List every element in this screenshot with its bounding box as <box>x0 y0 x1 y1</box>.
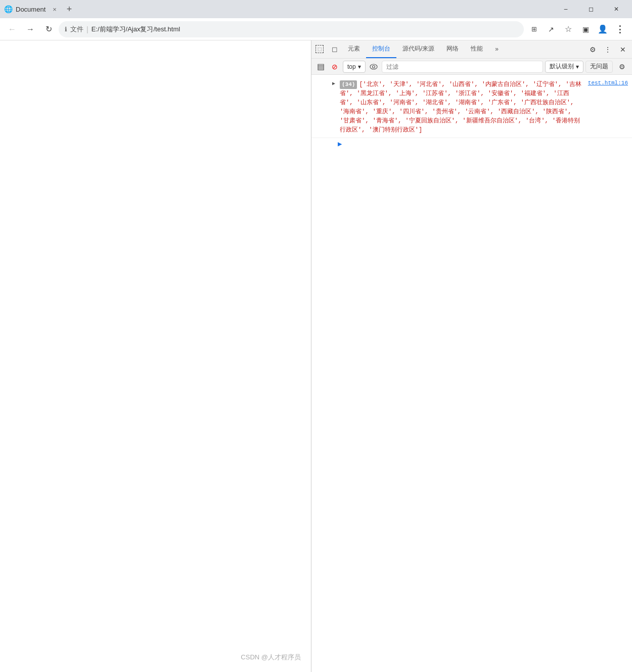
eye-button[interactable] <box>368 61 380 73</box>
sidebar-button[interactable]: ▣ <box>577 21 594 37</box>
devtools-settings-button[interactable]: ⚙ <box>585 42 600 57</box>
main-content: CSDN @人才程序员 ⬚ ◻ 元素 控制台 <box>0 40 632 672</box>
array-count-badge: (34) <box>340 80 357 89</box>
more-expand-icon[interactable]: ▶ <box>338 139 342 148</box>
svg-point-0 <box>370 64 377 69</box>
tab-device[interactable]: ◻ <box>328 40 342 58</box>
maximize-button[interactable]: ◻ <box>579 1 603 17</box>
tab-sources[interactable]: 源代码/来源 <box>396 40 440 58</box>
devtools-panel: ⬚ ◻ 元素 控制台 源代码/来源 网络 <box>311 40 632 672</box>
console-settings-button[interactable]: ⚙ <box>615 60 629 74</box>
tab-close-btn[interactable]: × <box>53 6 57 13</box>
forward-button[interactable]: → <box>22 21 38 37</box>
console-clear-button[interactable]: ⊘ <box>329 61 341 73</box>
tab-sources-label: 源代码/来源 <box>402 44 434 53</box>
level-dropdown-icon: ▾ <box>576 63 579 70</box>
nav-bar: ← → ↻ ℹ 文件 | E:/前端学习/Ajax复习/test.html ⊞ … <box>0 18 632 40</box>
context-dropdown-icon: ▾ <box>358 63 361 70</box>
address-separator: | <box>86 25 88 33</box>
inspect-icon: ⬚ <box>315 45 324 53</box>
array-content: ['北京', '天津', '河北省', '山西省', '内蒙古自治区', '辽宁… <box>340 81 581 133</box>
tab-elements-label: 元素 <box>348 44 360 53</box>
svg-point-1 <box>372 65 375 68</box>
console-more-entry: ▶ <box>311 138 632 149</box>
entry-expand-arrow[interactable]: ▶ <box>330 79 338 86</box>
browser-window: 🌐 Document × + – ◻ ✕ ← → ↻ ℹ 文件 | E:/前端学… <box>0 0 632 672</box>
menu-button[interactable]: ⋮ <box>612 21 628 37</box>
new-tab-btn[interactable]: + <box>67 4 72 15</box>
address-bar[interactable]: ℹ 文件 | E:/前端学习/Ajax复习/test.html <box>59 21 524 37</box>
profile-button[interactable]: 👤 <box>595 21 611 37</box>
info-icon: ℹ <box>65 26 67 33</box>
devtools-tabs: ⬚ ◻ 元素 控制台 源代码/来源 网络 <box>311 40 505 58</box>
console-toolbar: ▤ ⊘ top ▾ 默认级别 ▾ 无问题 <box>311 59 632 75</box>
tab-title: Document <box>16 6 46 13</box>
tab-console-label: 控制台 <box>372 44 390 53</box>
console-output: ▶ (34)['北京', '天津', '河北省', '山西省', '内蒙古自治区… <box>311 75 632 672</box>
entry-content: (34)['北京', '天津', '河北省', '山西省', '内蒙古自治区',… <box>338 79 584 136</box>
devtools-toolbar-right: ⚙ ⋮ ✕ <box>585 42 632 57</box>
tab-more-label: » <box>495 46 499 53</box>
expand-icon[interactable]: ▶ <box>332 80 335 86</box>
devtools-close-button[interactable]: ✕ <box>616 42 630 57</box>
context-label: top <box>347 63 356 70</box>
console-sidebar-button[interactable]: ▤ <box>314 61 327 73</box>
minimize-button[interactable]: – <box>554 1 577 17</box>
entry-gutter <box>311 79 330 80</box>
share-button[interactable]: ↗ <box>543 21 559 37</box>
filter-input[interactable] <box>382 61 543 73</box>
favicon: 🌐 <box>4 5 13 13</box>
tab-network-label: 网络 <box>446 44 459 53</box>
page-content: CSDN @人才程序员 <box>0 40 311 672</box>
nav-actions: ⊞ ↗ ☆ ▣ 👤 ⋮ <box>526 21 628 37</box>
console-entry-array: ▶ (34)['北京', '天津', '河北省', '山西省', '内蒙古自治区… <box>311 77 632 138</box>
watermark: CSDN @人才程序员 <box>241 653 301 662</box>
address-file-label: 文件 <box>70 25 83 34</box>
entry-source-link[interactable]: test.html:16 <box>584 79 632 87</box>
devtools-more-button[interactable]: ⋮ <box>601 42 615 57</box>
tab-performance[interactable]: 性能 <box>465 40 489 58</box>
no-issues-label: 无问题 <box>590 62 608 71</box>
title-bar-left: 🌐 Document × <box>4 5 57 13</box>
tab-performance-label: 性能 <box>471 44 483 53</box>
device-icon: ◻ <box>332 45 338 53</box>
back-button[interactable]: ← <box>4 21 20 37</box>
devtools-toolbar: ⬚ ◻ 元素 控制台 源代码/来源 网络 <box>311 40 632 59</box>
close-button[interactable]: ✕ <box>605 1 628 17</box>
tab-more[interactable]: » <box>489 40 505 58</box>
tab-inspect[interactable]: ⬚ <box>311 40 328 58</box>
no-issues-badge: 无问题 <box>585 61 613 73</box>
tab-network[interactable]: 网络 <box>440 40 465 58</box>
address-path: E:/前端学习/Ajax复习/test.html <box>92 25 180 34</box>
refresh-button[interactable]: ↻ <box>40 21 57 37</box>
level-label: 默认级别 <box>550 62 574 71</box>
level-selector[interactable]: 默认级别 ▾ <box>545 61 583 73</box>
title-bar: 🌐 Document × + – ◻ ✕ <box>0 0 632 18</box>
bookmark-button[interactable]: ☆ <box>560 21 576 37</box>
window-controls: – ◻ ✕ <box>554 1 628 17</box>
translate-button[interactable]: ⊞ <box>526 21 542 37</box>
context-selector[interactable]: top ▾ <box>343 61 366 73</box>
tab-elements[interactable]: 元素 <box>342 40 366 58</box>
tab-console[interactable]: 控制台 <box>366 40 396 58</box>
